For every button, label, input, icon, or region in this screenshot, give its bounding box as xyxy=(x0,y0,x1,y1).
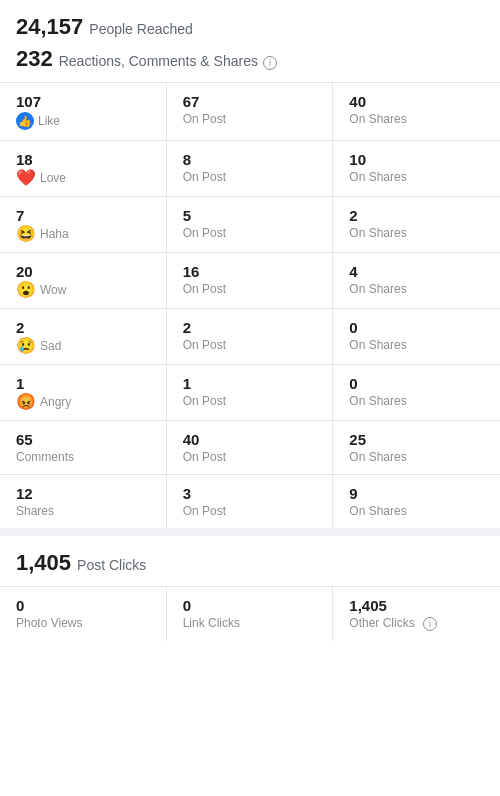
stat-number: 0 xyxy=(349,375,484,392)
stat-cell-on-post: 8 On Post xyxy=(167,141,334,196)
other-clicks-info-icon[interactable]: i xyxy=(423,617,437,631)
stat-cell-on-shares: 9 On Shares xyxy=(333,475,500,528)
stat-cell-on-post: 40 On Post xyxy=(167,421,334,474)
reactions-number: 232 xyxy=(16,46,53,72)
post-clicks-number: 1,405 xyxy=(16,550,71,576)
photo-views-number: 0 xyxy=(16,597,150,614)
on-shares-label: On Shares xyxy=(349,504,484,518)
on-post-label: On Post xyxy=(183,338,317,352)
stat-number: 40 xyxy=(183,431,317,448)
post-clicks-row: 1,405 Post Clicks xyxy=(16,550,484,576)
stat-cell-reaction: 20 😮Wow xyxy=(0,253,167,308)
people-reached-label: People Reached xyxy=(89,21,193,37)
on-post-label: On Post xyxy=(183,450,317,464)
stat-cell-on-shares: 10 On Shares xyxy=(333,141,500,196)
on-post-label: On Post xyxy=(183,112,317,126)
haha-emoji: 😆 xyxy=(16,226,36,242)
stat-cell-on-shares: 0 On Shares xyxy=(333,365,500,420)
stat-number: 5 xyxy=(183,207,317,224)
stat-row: 65 Comments 40 On Post 25 On Shares xyxy=(0,421,500,475)
on-post-label: On Post xyxy=(183,282,317,296)
stat-cell-on-shares: 25 On Shares xyxy=(333,421,500,474)
people-reached-row: 24,157 People Reached xyxy=(16,14,484,40)
stat-cell-reaction: 12 Shares xyxy=(0,475,167,528)
stat-number: 9 xyxy=(349,485,484,502)
other-clicks-cell: 1,405 Other Clicks i xyxy=(333,587,500,641)
other-clicks-number: 1,405 xyxy=(349,597,484,614)
stat-cell-on-post: 1 On Post xyxy=(167,365,334,420)
reactions-row: 232 Reactions, Comments & Shares i xyxy=(16,46,484,72)
stat-number: 7 xyxy=(16,207,150,224)
stat-cell-on-post: 3 On Post xyxy=(167,475,334,528)
stat-number: 18 xyxy=(16,151,150,168)
stat-number: 10 xyxy=(349,151,484,168)
stat-number: 25 xyxy=(349,431,484,448)
like-icon: 👍 xyxy=(16,112,34,130)
stat-number: 1 xyxy=(16,375,150,392)
stat-label: Shares xyxy=(16,504,150,518)
on-post-label: On Post xyxy=(183,504,317,518)
stat-row: 18 ❤️Love 8 On Post 10 On Shares xyxy=(0,141,500,197)
reactions-info-icon[interactable]: i xyxy=(263,56,277,70)
photo-views-label: Photo Views xyxy=(16,616,150,630)
stat-cell-on-post: 67 On Post xyxy=(167,83,334,140)
stat-cell-on-post: 5 On Post xyxy=(167,197,334,252)
stat-row: 12 Shares 3 On Post 9 On Shares xyxy=(0,475,500,528)
stat-number: 107 xyxy=(16,93,150,110)
stat-cell-reaction: 1 😡Angry xyxy=(0,365,167,420)
stat-cell-on-shares: 0 On Shares xyxy=(333,309,500,364)
stat-cell-reaction: 65 Comments xyxy=(0,421,167,474)
stat-cell-on-post: 2 On Post xyxy=(167,309,334,364)
stat-cell-reaction: 107 👍Like xyxy=(0,83,167,140)
photo-views-cell: 0 Photo Views xyxy=(0,587,167,641)
stat-number: 2 xyxy=(349,207,484,224)
on-post-label: On Post xyxy=(183,226,317,240)
stat-cell-on-shares: 4 On Shares xyxy=(333,253,500,308)
other-clicks-label: Other Clicks i xyxy=(349,616,484,631)
stat-cell-on-shares: 40 On Shares xyxy=(333,83,500,140)
link-clicks-number: 0 xyxy=(183,597,317,614)
stat-cell-reaction: 18 ❤️Love xyxy=(0,141,167,196)
on-shares-label: On Shares xyxy=(349,170,484,184)
stat-number: 3 xyxy=(183,485,317,502)
stat-cell-reaction: 2 😢Sad xyxy=(0,309,167,364)
stat-row: 7 😆Haha 5 On Post 2 On Shares xyxy=(0,197,500,253)
link-clicks-label: Link Clicks xyxy=(183,616,317,630)
stat-number: 67 xyxy=(183,93,317,110)
wow-emoji: 😮 xyxy=(16,282,36,298)
stat-row: 2 😢Sad 2 On Post 0 On Shares xyxy=(0,309,500,365)
stat-number: 2 xyxy=(183,319,317,336)
stat-number: 20 xyxy=(16,263,150,280)
stat-row: 20 😮Wow 16 On Post 4 On Shares xyxy=(0,253,500,309)
stat-cell-on-shares: 2 On Shares xyxy=(333,197,500,252)
insights-card: 24,157 People Reached 232 Reactions, Com… xyxy=(0,0,500,796)
stats-section: 107 👍Like 67 On Post 40 On Shares 18 ❤️L… xyxy=(0,83,500,528)
stat-number: 2 xyxy=(16,319,150,336)
stat-label: Comments xyxy=(16,450,150,464)
on-shares-label: On Shares xyxy=(349,226,484,240)
section-divider xyxy=(0,528,500,536)
love-emoji: ❤️ xyxy=(16,170,36,186)
sad-emoji: 😢 xyxy=(16,338,36,354)
stat-number: 12 xyxy=(16,485,150,502)
on-post-label: On Post xyxy=(183,170,317,184)
stat-number: 0 xyxy=(349,319,484,336)
people-reached-number: 24,157 xyxy=(16,14,83,40)
angry-emoji: 😡 xyxy=(16,394,36,410)
on-post-label: On Post xyxy=(183,394,317,408)
on-shares-label: On Shares xyxy=(349,394,484,408)
link-clicks-cell: 0 Link Clicks xyxy=(167,587,334,641)
stat-cell-reaction: 7 😆Haha xyxy=(0,197,167,252)
stat-number: 65 xyxy=(16,431,150,448)
stat-row: 107 👍Like 67 On Post 40 On Shares xyxy=(0,83,500,141)
click-rows-container: 0 Photo Views 0 Link Clicks 1,405 Other … xyxy=(0,587,500,641)
stat-number: 40 xyxy=(349,93,484,110)
post-clicks-section: 1,405 Post Clicks xyxy=(0,536,500,587)
summary-section: 24,157 People Reached 232 Reactions, Com… xyxy=(0,0,500,83)
on-shares-label: On Shares xyxy=(349,450,484,464)
stat-number: 16 xyxy=(183,263,317,280)
stat-number: 8 xyxy=(183,151,317,168)
stat-number: 4 xyxy=(349,263,484,280)
stat-row: 1 😡Angry 1 On Post 0 On Shares xyxy=(0,365,500,421)
stat-number: 1 xyxy=(183,375,317,392)
